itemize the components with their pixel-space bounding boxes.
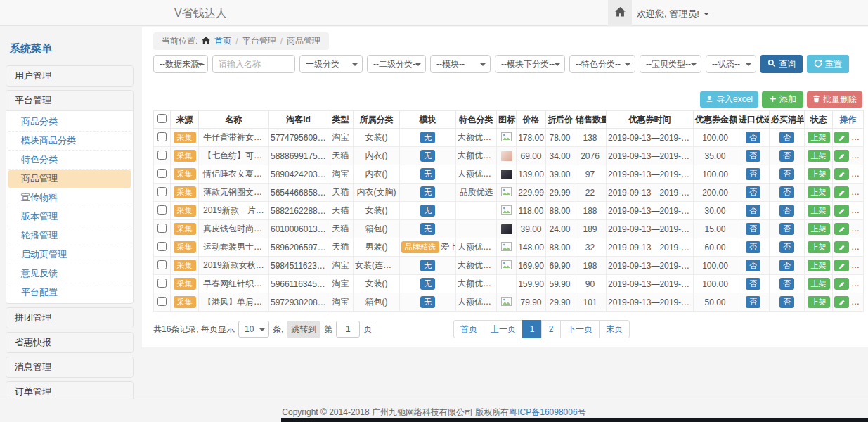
sidebar-item-1-6[interactable]: 轮播管理: [8, 226, 131, 245]
import-toggle-button[interactable]: 否: [746, 278, 760, 289]
row-checkbox[interactable]: [157, 205, 167, 215]
status-on-shelf-button[interactable]: 上架: [808, 260, 830, 271]
reset-button[interactable]: 重置: [807, 55, 849, 73]
edit-button[interactable]: [834, 132, 849, 143]
edit-button[interactable]: [834, 278, 849, 290]
home-button[interactable]: [608, 0, 632, 26]
name-input[interactable]: [212, 55, 295, 73]
edit-button[interactable]: [834, 296, 849, 308]
sidebar-group-heading-0[interactable]: 用户管理: [6, 66, 133, 86]
import-toggle-button[interactable]: 否: [746, 296, 760, 307]
row-checkbox[interactable]: [157, 242, 167, 251]
sidebar-group-heading-4[interactable]: 消息管理: [6, 357, 133, 377]
module-sub-category-select[interactable]: --模块下分类--: [495, 55, 565, 73]
sidebar-item-1-9[interactable]: 平台配置: [8, 283, 131, 302]
icp-link[interactable]: 粤ICP备16098006号: [509, 407, 585, 417]
module-none-badge[interactable]: 无: [420, 260, 435, 271]
edit-button[interactable]: [834, 223, 849, 235]
sidebar-group-heading-1[interactable]: 平台管理: [6, 91, 133, 110]
module-none-badge[interactable]: 无: [420, 150, 435, 161]
module-none-badge[interactable]: 无: [420, 296, 435, 307]
pager-item-1[interactable]: 上一页: [484, 320, 523, 338]
row-checkbox[interactable]: [157, 297, 167, 306]
pager-item-0[interactable]: 首页: [453, 320, 484, 338]
pager-item-3[interactable]: 2: [541, 320, 561, 338]
sidebar-group-heading-3[interactable]: 省惠快报: [6, 333, 133, 352]
import-toggle-button[interactable]: 否: [746, 186, 760, 198]
sidebar-item-1-1[interactable]: 模块商品分类: [8, 132, 131, 151]
import-excel-button[interactable]: 导入excel: [700, 91, 758, 108]
user-menu[interactable]: 欢迎您, 管理员!: [637, 8, 709, 20]
row-checkbox[interactable]: [157, 260, 167, 269]
module-none-badge[interactable]: 无: [420, 186, 435, 198]
select-all-checkbox[interactable]: [157, 114, 167, 123]
jump-button[interactable]: 跳转到: [287, 321, 320, 338]
row-checkbox[interactable]: [157, 279, 167, 288]
edit-button[interactable]: [834, 260, 849, 271]
pager-item-5[interactable]: 末页: [599, 320, 630, 338]
must-buy-toggle-button[interactable]: 否: [779, 278, 794, 289]
status-on-shelf-button[interactable]: 上架: [808, 186, 830, 198]
sidebar-item-1-7[interactable]: 启动页管理: [8, 245, 131, 264]
must-buy-toggle-button[interactable]: 否: [779, 241, 794, 252]
import-toggle-button[interactable]: 否: [746, 241, 760, 252]
sidebar-item-1-3[interactable]: 商品管理: [8, 170, 131, 188]
must-buy-toggle-button[interactable]: 否: [779, 205, 794, 216]
row-checkbox[interactable]: [157, 169, 167, 178]
must-buy-toggle-button[interactable]: 否: [779, 260, 794, 271]
status-on-shelf-button[interactable]: 上架: [808, 168, 830, 179]
module-none-badge[interactable]: 无: [420, 132, 435, 143]
status-on-shelf-button[interactable]: 上架: [808, 223, 830, 234]
import-toggle-button[interactable]: 否: [746, 205, 760, 216]
per-page-select[interactable]: 10: [238, 321, 269, 338]
status-on-shelf-button[interactable]: 上架: [808, 296, 830, 307]
module-select[interactable]: --模块--: [430, 55, 491, 73]
module-none-badge[interactable]: 无: [420, 278, 435, 289]
pager-item-2[interactable]: 1: [522, 320, 542, 338]
feature-category-select[interactable]: --特色分类--: [569, 55, 635, 73]
sidebar-item-1-8[interactable]: 意见反馈: [8, 264, 131, 283]
pager-item-4[interactable]: 下一页: [560, 320, 600, 338]
status-on-shelf-button[interactable]: 上架: [808, 150, 830, 161]
status-select[interactable]: --状态--: [706, 55, 756, 73]
must-buy-toggle-button[interactable]: 否: [779, 168, 794, 179]
must-buy-toggle-button[interactable]: 否: [779, 150, 794, 161]
sidebar-item-1-2[interactable]: 特色分类: [8, 151, 131, 170]
data-source-select[interactable]: --数据来源--: [153, 55, 208, 73]
page-number-input[interactable]: [336, 321, 360, 338]
sidebar-group-heading-2[interactable]: 拼团管理: [6, 308, 133, 328]
module-none-badge[interactable]: 无: [420, 223, 435, 234]
row-checkbox[interactable]: [157, 132, 167, 141]
must-buy-toggle-button[interactable]: 否: [779, 186, 794, 198]
row-checkbox[interactable]: [157, 151, 167, 160]
search-button[interactable]: 查询: [760, 55, 803, 73]
status-on-shelf-button[interactable]: 上架: [808, 205, 830, 216]
row-checkbox[interactable]: [157, 224, 167, 233]
edit-button[interactable]: [834, 150, 849, 162]
sidebar-item-1-0[interactable]: 商品分类: [8, 113, 131, 132]
breadcrumb-home-link[interactable]: 首页: [214, 35, 231, 47]
import-toggle-button[interactable]: 否: [746, 260, 760, 271]
level1-category-select[interactable]: 一级分类: [299, 55, 363, 73]
status-on-shelf-button[interactable]: 上架: [808, 241, 830, 252]
import-toggle-button[interactable]: 否: [746, 132, 760, 143]
edit-button[interactable]: [834, 186, 849, 198]
row-checkbox[interactable]: [157, 187, 167, 196]
sidebar-item-1-4[interactable]: 宣传物料: [8, 188, 131, 207]
import-toggle-button[interactable]: 否: [746, 223, 760, 234]
edit-button[interactable]: [834, 241, 849, 253]
item-type-select[interactable]: --宝贝类型--: [640, 55, 701, 73]
module-none-badge[interactable]: 无: [420, 205, 435, 216]
import-toggle-button[interactable]: 否: [746, 168, 760, 179]
edit-button[interactable]: [834, 168, 849, 180]
must-buy-toggle-button[interactable]: 否: [779, 223, 794, 234]
module-none-badge[interactable]: 无: [420, 168, 435, 179]
status-on-shelf-button[interactable]: 上架: [808, 278, 830, 289]
sidebar-item-1-5[interactable]: 版本管理: [8, 207, 131, 226]
add-button[interactable]: 添加: [762, 91, 803, 108]
import-toggle-button[interactable]: 否: [746, 150, 760, 161]
status-on-shelf-button[interactable]: 上架: [808, 132, 830, 143]
edit-button[interactable]: [834, 205, 849, 217]
level2-category-select[interactable]: --二级分类--: [367, 55, 426, 73]
must-buy-toggle-button[interactable]: 否: [779, 132, 794, 143]
